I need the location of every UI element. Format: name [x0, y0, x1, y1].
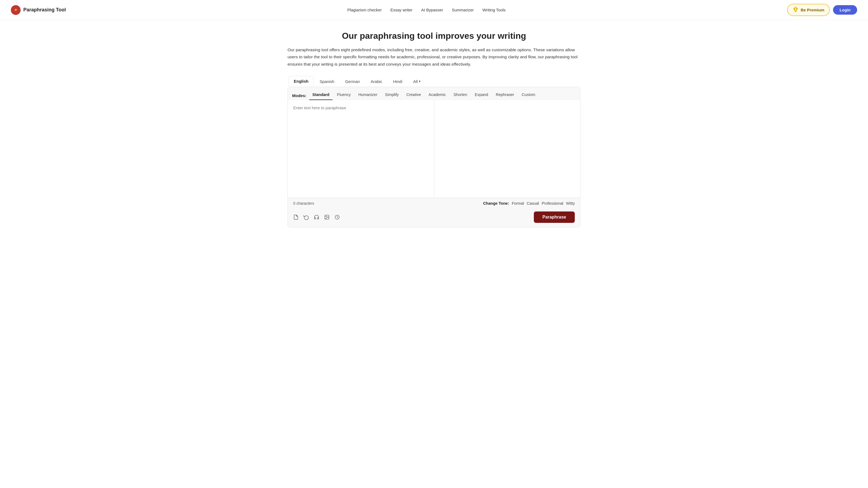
mode-creative[interactable]: Creative: [403, 91, 424, 100]
modes-label: Modes:: [292, 93, 307, 98]
language-tabs: English Spanish German Arabic Hindi All …: [287, 76, 581, 87]
svg-marker-2: [794, 7, 798, 12]
tone-label: Change Tone:: [483, 201, 509, 205]
chevron-down-icon: ▾: [419, 79, 421, 83]
mode-humanizer[interactable]: Humanizer: [355, 91, 380, 100]
nav-links: Plagiarism checker Essay writer AI Bypas…: [347, 8, 505, 12]
editor-area: [288, 100, 580, 198]
lang-tab-hindi[interactable]: Hindi: [388, 76, 407, 87]
paraphrase-input[interactable]: [288, 100, 434, 198]
tool-box: Modes: Standard Fluency Humanizer Simpli…: [287, 87, 581, 227]
svg-point-1: [16, 9, 16, 9]
history-icon[interactable]: [335, 215, 340, 220]
nav-actions: Be Premium Login: [787, 4, 857, 16]
page-description: Our paraphrasing tool offers eight prede…: [287, 46, 581, 68]
mode-custom[interactable]: Custom: [518, 91, 538, 100]
lang-tab-arabic[interactable]: Arabic: [366, 76, 388, 87]
brand-name: Paraphrasing Tool: [23, 7, 66, 13]
action-bar: Paraphrase: [288, 209, 580, 227]
nav-summarizer[interactable]: Summarizer: [452, 8, 474, 12]
mode-academic[interactable]: Academic: [425, 91, 449, 100]
mode-simplify[interactable]: Simplify: [382, 91, 402, 100]
nav-essay-writer[interactable]: Essay writer: [390, 8, 412, 12]
mode-rephraser[interactable]: Rephraser: [493, 91, 518, 100]
nav-plagiarism-checker[interactable]: Plagiarism checker: [347, 8, 382, 12]
mode-fluency[interactable]: Fluency: [334, 91, 354, 100]
undo-icon[interactable]: [304, 215, 309, 220]
paraphrase-button[interactable]: Paraphrase: [534, 212, 575, 223]
svg-point-8: [326, 216, 327, 217]
lang-tab-all[interactable]: All ▾: [408, 76, 425, 87]
tone-formal[interactable]: Formal: [512, 201, 524, 205]
tone-professional[interactable]: Professional: [542, 201, 563, 205]
navbar: Paraphrasing Tool Plagiarism checker Ess…: [0, 0, 868, 20]
login-button[interactable]: Login: [833, 5, 857, 14]
file-icon[interactable]: [293, 215, 299, 220]
lang-tab-german[interactable]: German: [340, 76, 365, 87]
lang-tab-spanish[interactable]: Spanish: [315, 76, 339, 87]
page-title: Our paraphrasing tool improves your writ…: [287, 31, 581, 41]
main-content: Our paraphrasing tool improves your writ…: [282, 20, 586, 244]
mode-expand[interactable]: Expand: [471, 91, 491, 100]
premium-button[interactable]: Be Premium: [787, 4, 830, 16]
nav-ai-bypasser[interactable]: AI Bypasser: [421, 8, 443, 12]
editor-input-panel: [288, 100, 434, 198]
brand-logo: [11, 5, 21, 15]
svg-line-4: [796, 7, 798, 9]
brand: Paraphrasing Tool: [11, 5, 66, 15]
mode-standard[interactable]: Standard: [309, 91, 333, 100]
headphones-icon[interactable]: [314, 215, 319, 220]
image-icon[interactable]: [324, 215, 330, 220]
char-count: 0 characters: [293, 201, 314, 205]
editor-output-panel: [434, 100, 581, 198]
modes-bar: Modes: Standard Fluency Humanizer Simpli…: [288, 87, 580, 100]
editor-output-content: [434, 100, 581, 198]
svg-line-3: [794, 7, 795, 9]
diamond-icon: [793, 6, 799, 13]
lang-tab-english[interactable]: English: [289, 76, 314, 87]
tone-witty[interactable]: Witty: [566, 201, 575, 205]
premium-label: Be Premium: [801, 8, 825, 12]
tone-section: Change Tone: Formal Casual Professional …: [483, 201, 575, 205]
tone-casual[interactable]: Casual: [527, 201, 539, 205]
bottom-bar: 0 characters Change Tone: Formal Casual …: [288, 198, 580, 209]
toolbar-icons: [293, 215, 340, 220]
mode-shorten[interactable]: Shorten: [450, 91, 471, 100]
all-label: All: [413, 79, 418, 84]
nav-writing-tools[interactable]: Writing Tools: [483, 8, 506, 12]
